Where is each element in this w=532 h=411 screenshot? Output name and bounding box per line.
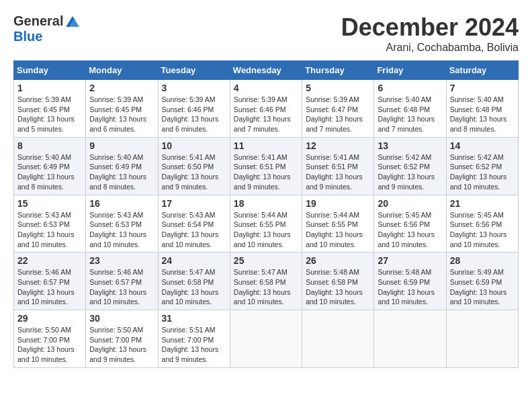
day-number: 9: [89, 140, 154, 151]
day-number: 3: [162, 83, 226, 93]
day-detail: Sunrise: 5:51 AM Sunset: 7:00 PM Dayligh…: [162, 325, 226, 365]
day-number: 2: [89, 83, 154, 93]
day-detail: Sunrise: 5:46 AM Sunset: 6:57 PM Dayligh…: [89, 267, 154, 307]
day-number: 8: [17, 140, 82, 151]
calendar-week-row: 1 Sunrise: 5:39 AM Sunset: 6:45 PM Dayli…: [14, 80, 519, 138]
day-number: 30: [89, 313, 154, 324]
calendar-day-cell: 16 Sunrise: 5:43 AM Sunset: 6:53 PM Dayl…: [86, 195, 158, 253]
day-detail: Sunrise: 5:41 AM Sunset: 6:51 PM Dayligh…: [234, 152, 298, 192]
calendar-day-cell: 25 Sunrise: 5:47 AM Sunset: 6:58 PM Dayl…: [230, 253, 302, 310]
calendar-day-cell: 31 Sunrise: 5:51 AM Sunset: 7:00 PM Dayl…: [158, 310, 230, 368]
logo-blue: Blue: [13, 29, 42, 44]
day-number: 6: [378, 83, 442, 93]
calendar-day-cell: [302, 310, 374, 368]
calendar-day-cell: 4 Sunrise: 5:39 AM Sunset: 6:46 PM Dayli…: [230, 80, 302, 138]
day-number: 31: [162, 313, 226, 324]
day-detail: Sunrise: 5:43 AM Sunset: 6:53 PM Dayligh…: [17, 210, 82, 250]
day-number: 5: [306, 83, 370, 93]
calendar-week-row: 22 Sunrise: 5:46 AM Sunset: 6:57 PM Dayl…: [14, 253, 519, 310]
day-detail: Sunrise: 5:40 AM Sunset: 6:49 PM Dayligh…: [17, 152, 82, 192]
day-number: 20: [378, 198, 442, 209]
day-number: 15: [17, 198, 82, 209]
day-number: 13: [378, 140, 442, 151]
day-number: 25: [234, 255, 298, 266]
calendar-day-cell: 17 Sunrise: 5:43 AM Sunset: 6:54 PM Dayl…: [158, 195, 230, 253]
day-detail: Sunrise: 5:39 AM Sunset: 6:45 PM Dayligh…: [89, 95, 154, 134]
header-wednesday: Wednesday: [230, 61, 302, 80]
calendar-day-cell: 27 Sunrise: 5:48 AM Sunset: 6:59 PM Dayl…: [374, 253, 446, 310]
page-header: General Blue December 2024 Arani, Cochab…: [13, 13, 519, 54]
calendar-day-cell: [230, 310, 302, 368]
calendar-day-cell: 12 Sunrise: 5:41 AM Sunset: 6:51 PM Dayl…: [302, 137, 374, 195]
day-number: 10: [162, 140, 226, 151]
day-number: 28: [450, 255, 515, 266]
logo-general: General: [13, 13, 63, 29]
day-detail: Sunrise: 5:40 AM Sunset: 6:49 PM Dayligh…: [89, 152, 154, 192]
day-detail: Sunrise: 5:42 AM Sunset: 6:52 PM Dayligh…: [450, 152, 515, 192]
day-number: 11: [234, 140, 298, 151]
calendar-day-cell: 13 Sunrise: 5:42 AM Sunset: 6:52 PM Dayl…: [374, 137, 446, 195]
calendar-week-row: 15 Sunrise: 5:43 AM Sunset: 6:53 PM Dayl…: [14, 195, 519, 253]
day-detail: Sunrise: 5:43 AM Sunset: 6:53 PM Dayligh…: [89, 210, 154, 250]
day-number: 27: [378, 255, 442, 266]
day-detail: Sunrise: 5:39 AM Sunset: 6:46 PM Dayligh…: [162, 95, 226, 134]
day-detail: Sunrise: 5:45 AM Sunset: 6:56 PM Dayligh…: [450, 210, 515, 250]
header-tuesday: Tuesday: [158, 61, 230, 80]
day-number: 4: [234, 83, 298, 93]
weekday-header-row: Sunday Monday Tuesday Wednesday Thursday…: [14, 61, 519, 80]
day-detail: Sunrise: 5:39 AM Sunset: 6:46 PM Dayligh…: [234, 95, 298, 134]
calendar-day-cell: 24 Sunrise: 5:47 AM Sunset: 6:58 PM Dayl…: [158, 253, 230, 310]
calendar-day-cell: 21 Sunrise: 5:45 AM Sunset: 6:56 PM Dayl…: [446, 195, 518, 253]
calendar-day-cell: 8 Sunrise: 5:40 AM Sunset: 6:49 PM Dayli…: [14, 137, 86, 195]
calendar-day-cell: 19 Sunrise: 5:44 AM Sunset: 6:55 PM Dayl…: [302, 195, 374, 253]
calendar-day-cell: 29 Sunrise: 5:50 AM Sunset: 7:00 PM Dayl…: [14, 310, 86, 368]
month-title: December 2024: [341, 13, 519, 42]
day-number: 24: [162, 255, 226, 266]
day-number: 18: [234, 198, 298, 209]
day-detail: Sunrise: 5:49 AM Sunset: 6:59 PM Dayligh…: [450, 267, 515, 307]
day-number: 17: [162, 198, 226, 209]
calendar-day-cell: [374, 310, 446, 368]
day-detail: Sunrise: 5:39 AM Sunset: 6:45 PM Dayligh…: [17, 95, 82, 134]
day-number: 26: [306, 255, 370, 266]
title-area: December 2024 Arani, Cochabamba, Bolivia: [341, 13, 519, 54]
calendar-day-cell: 20 Sunrise: 5:45 AM Sunset: 6:56 PM Dayl…: [374, 195, 446, 253]
day-number: 22: [17, 255, 82, 266]
header-friday: Friday: [374, 61, 446, 80]
calendar-day-cell: 22 Sunrise: 5:46 AM Sunset: 6:57 PM Dayl…: [14, 253, 86, 310]
day-detail: Sunrise: 5:44 AM Sunset: 6:55 PM Dayligh…: [234, 210, 298, 250]
day-detail: Sunrise: 5:41 AM Sunset: 6:51 PM Dayligh…: [306, 152, 370, 192]
calendar-day-cell: 23 Sunrise: 5:46 AM Sunset: 6:57 PM Dayl…: [86, 253, 158, 310]
day-detail: Sunrise: 5:39 AM Sunset: 6:47 PM Dayligh…: [306, 95, 370, 134]
day-detail: Sunrise: 5:47 AM Sunset: 6:58 PM Dayligh…: [234, 267, 298, 307]
day-number: 12: [306, 140, 370, 151]
location: Arani, Cochabamba, Bolivia: [341, 42, 519, 54]
calendar-day-cell: 9 Sunrise: 5:40 AM Sunset: 6:49 PM Dayli…: [86, 137, 158, 195]
calendar-day-cell: 10 Sunrise: 5:41 AM Sunset: 6:50 PM Dayl…: [158, 137, 230, 195]
header-saturday: Saturday: [446, 61, 518, 80]
header-monday: Monday: [86, 61, 158, 80]
day-number: 14: [450, 140, 515, 151]
day-number: 7: [450, 83, 515, 93]
calendar-day-cell: 18 Sunrise: 5:44 AM Sunset: 6:55 PM Dayl…: [230, 195, 302, 253]
day-detail: Sunrise: 5:50 AM Sunset: 7:00 PM Dayligh…: [17, 325, 82, 365]
calendar-day-cell: 6 Sunrise: 5:40 AM Sunset: 6:48 PM Dayli…: [374, 80, 446, 138]
calendar-day-cell: 15 Sunrise: 5:43 AM Sunset: 6:53 PM Dayl…: [14, 195, 86, 253]
day-detail: Sunrise: 5:44 AM Sunset: 6:55 PM Dayligh…: [306, 210, 370, 250]
calendar-day-cell: 7 Sunrise: 5:40 AM Sunset: 6:48 PM Dayli…: [446, 80, 518, 138]
calendar-day-cell: 1 Sunrise: 5:39 AM Sunset: 6:45 PM Dayli…: [14, 80, 86, 138]
header-sunday: Sunday: [14, 61, 86, 80]
day-number: 21: [450, 198, 515, 209]
header-thursday: Thursday: [302, 61, 374, 80]
calendar-day-cell: 28 Sunrise: 5:49 AM Sunset: 6:59 PM Dayl…: [446, 253, 518, 310]
day-detail: Sunrise: 5:42 AM Sunset: 6:52 PM Dayligh…: [378, 152, 442, 192]
logo: General Blue: [13, 13, 79, 44]
logo-icon: [66, 16, 79, 27]
calendar-day-cell: [446, 310, 518, 368]
day-detail: Sunrise: 5:45 AM Sunset: 6:56 PM Dayligh…: [378, 210, 442, 250]
day-detail: Sunrise: 5:48 AM Sunset: 6:59 PM Dayligh…: [378, 267, 442, 307]
day-number: 29: [17, 313, 82, 324]
calendar-day-cell: 30 Sunrise: 5:50 AM Sunset: 7:00 PM Dayl…: [86, 310, 158, 368]
day-number: 19: [306, 198, 370, 209]
day-detail: Sunrise: 5:47 AM Sunset: 6:58 PM Dayligh…: [162, 267, 226, 307]
